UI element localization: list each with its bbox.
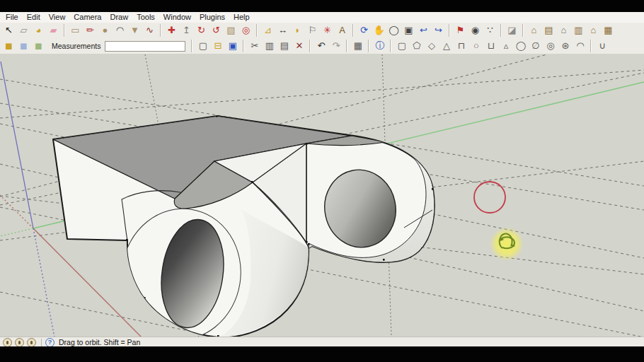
view-front[interactable]: ⌂ [556,23,571,37]
copy-button[interactable]: ▥ [262,39,277,53]
shape-torus[interactable]: ◎ [543,39,558,53]
shape-cone[interactable]: ▵ [498,39,513,53]
toolbar-group: ◼◼◼ [0,39,47,53]
select-tool[interactable]: ↖ [1,23,16,37]
style-wireframe[interactable]: ◼ [31,39,46,53]
menu-camera[interactable]: Camera [69,12,105,23]
letterbox-bottom [0,346,644,362]
model-info-button[interactable]: ⓘ [372,39,387,53]
rectangle-tool[interactable]: ▭ [68,23,83,37]
freehand-tool[interactable]: ∿ [142,23,157,37]
undo-button[interactable]: ↶ [314,39,328,53]
shape-box[interactable]: ▢ [394,39,409,53]
circle-tool[interactable]: ● [98,23,113,37]
previous-view-tool[interactable]: ↩ [416,23,431,37]
orbit-tool[interactable]: ⟳ [357,23,372,37]
shape-pentagon[interactable]: ⬠ [409,39,424,53]
toolbar-separator [256,24,258,37]
app-window: FileEditViewCameraDrawToolsWindowPlugins… [0,0,644,362]
paste-button[interactable]: ▤ [277,39,292,53]
look-around-tool[interactable]: ◉ [468,23,483,37]
zoom-tool[interactable]: ◯ [386,23,401,37]
status-icon-3-glyph [30,341,33,344]
offset-tool[interactable]: ◎ [238,23,253,37]
rotate-tool[interactable]: ↻ [194,23,209,37]
toolbar-separator [449,24,450,37]
make-component-tool[interactable]: ▱ [16,23,31,37]
protractor-tool[interactable]: ◗ [290,23,305,37]
toolbar-group: ⌂▤⌂▥⌂▦ [525,23,617,37]
paint-bucket-tool[interactable]: ◕ [31,23,46,37]
push-pull-tool[interactable]: ↥ [179,23,194,37]
shape-ellipse[interactable]: ∅ [528,39,543,53]
next-view-tool[interactable]: ↪ [431,23,446,37]
line-tool[interactable]: ✏ [83,23,98,37]
toolbar-separator [590,40,592,52]
toolbar-separator [191,40,192,52]
pan-tool[interactable]: ✋ [372,23,386,37]
toolbar-group: ✂▥▤✕ [246,39,308,53]
redo-button[interactable]: ↷ [328,39,343,53]
move-tool[interactable]: ✚ [164,23,179,37]
scale-tool[interactable]: ▧ [224,23,238,37]
status-icon-2-glyph [18,341,21,344]
shape-dome[interactable]: ◠ [573,39,587,53]
measurements-input[interactable] [105,41,185,52]
view-back[interactable]: ⌂ [586,23,601,37]
shape-cylinder[interactable]: ⊔ [483,39,498,53]
tape-measure-tool[interactable]: ⊿ [260,23,275,37]
toolbar-separator [390,40,391,52]
polygon-tool[interactable]: ▼ [127,23,142,37]
shape-wedge[interactable]: ◇ [424,39,439,53]
section-plane-tool[interactable]: ◪ [505,23,519,37]
shape-pyramid[interactable]: △ [439,39,454,53]
toolbar-separator [346,40,347,52]
view-top[interactable]: ▤ [541,23,556,37]
toolbar-secondary: ◼◼◼Measurements▢⊟▣✂▥▤✕↶↷▦ⓘ▢⬠◇△⊓○⊔▵◯∅◎⊛◠∪ [0,38,644,54]
menu-file[interactable]: File [0,12,23,23]
axes-tool[interactable]: ✳ [320,23,335,37]
toolbar-separator [522,24,524,37]
menu-plugins[interactable]: Plugins [195,12,229,23]
follow-me-tool[interactable]: ↺ [209,23,224,37]
text-tool[interactable]: ⚐ [305,23,320,37]
toolbar-group: ∪ [593,39,611,53]
menu-draw[interactable]: Draw [105,12,132,23]
help-icon[interactable]: ? [45,338,54,347]
3d-text-tool[interactable]: A [335,23,350,37]
view-iso[interactable]: ⌂ [527,23,541,37]
cut-button[interactable]: ✂ [247,39,262,53]
toolbar-separator [160,24,161,37]
walk-tool[interactable]: ∵ [483,23,498,37]
arc-tool[interactable]: ◠ [113,23,127,37]
status-icon-1-glyph [6,341,8,344]
status-message: Drag to orbit. Shift = Pan [59,338,140,346]
position-camera-tool[interactable]: ⚑ [453,23,468,37]
style-shaded[interactable]: ◼ [1,39,16,53]
menu-edit[interactable]: Edit [23,12,45,23]
shape-geodesic-sphere[interactable]: ⊛ [558,39,573,53]
menu-view[interactable]: View [45,12,70,23]
shape-rounded-box[interactable]: ◯ [513,39,528,53]
style-xray[interactable]: ◼ [16,39,31,53]
erase-button[interactable]: ✕ [292,39,306,53]
save-file-button[interactable]: ▣ [225,39,240,53]
zoom-extents-tool[interactable]: ▣ [401,23,416,37]
shape-half-cylinder[interactable]: ⊓ [454,39,468,53]
menu-tools[interactable]: Tools [132,12,159,23]
menu-window[interactable]: Window [159,12,195,23]
viewport-canvas[interactable] [0,54,644,337]
status-bar: ? Drag to orbit. Shift = Pan [0,337,644,347]
open-file-button[interactable]: ⊟ [210,39,225,53]
new-file-button[interactable]: ▢ [195,39,210,53]
toolbar-group: ↖▱◕▰ [0,23,62,37]
menu-help[interactable]: Help [229,12,254,23]
shape-sphere[interactable]: ○ [468,39,483,53]
toolbar-separator [368,40,369,52]
dimension-tool[interactable]: ↔ [275,23,290,37]
view-right[interactable]: ▥ [571,23,586,37]
shape-u-tube[interactable]: ∪ [594,39,609,53]
view-left[interactable]: ▦ [601,23,616,37]
print-button[interactable]: ▦ [350,39,365,53]
eraser-tool[interactable]: ▰ [46,23,61,37]
